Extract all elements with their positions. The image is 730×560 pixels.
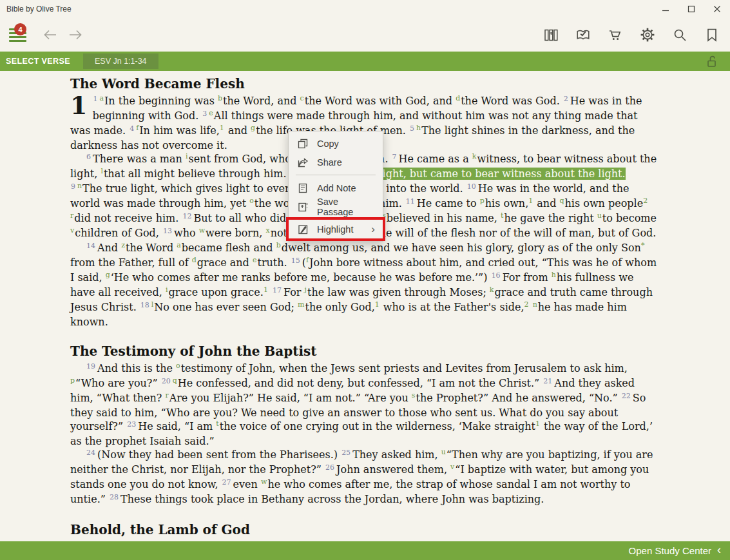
footnote-marker[interactable]: h	[416, 124, 421, 132]
menu-item-save-passage[interactable]: Save Passage	[289, 197, 383, 216]
menu-item-highlight[interactable]: Highlight ›	[289, 220, 383, 238]
footnote-marker[interactable]: j	[305, 285, 307, 294]
verse-text: ‘He who comes after me ranks before me, …	[111, 271, 491, 284]
chapter-number: 1	[70, 94, 92, 116]
verse-number: 19	[86, 362, 95, 371]
footnote-marker[interactable]: r	[165, 391, 168, 400]
window-controls	[653, 0, 730, 18]
footnote-marker[interactable]: a	[177, 241, 181, 249]
footnote-marker[interactable]: e	[253, 256, 257, 264]
verse-text: became flesh and	[182, 242, 276, 254]
footnote-marker[interactable]: d	[192, 256, 197, 264]
verse-text: were born,	[206, 227, 265, 239]
footnote-marker[interactable]: v	[450, 463, 454, 471]
verse-text: John answered them,	[336, 463, 450, 476]
verse-text: (Now they had been sent from the Pharise…	[97, 449, 341, 461]
footnote-marker[interactable]: r	[70, 211, 73, 220]
verse-text: For	[283, 286, 305, 298]
select-verse-label: SELECT VERSE	[6, 57, 70, 66]
title-bar: Bible by Olive Tree	[0, 0, 730, 18]
footnote-marker[interactable]: c	[300, 94, 304, 102]
footnote-marker[interactable]: 2	[524, 300, 529, 309]
select-verse-bar: SELECT VERSE ESV Jn 1:1-34	[0, 52, 730, 71]
footnote-marker[interactable]: 1	[375, 300, 379, 309]
menu-item-label: Highlight	[317, 224, 371, 235]
reading-plan-icon[interactable]	[575, 27, 591, 43]
verse-text: truth.	[257, 256, 290, 269]
footnote-marker[interactable]: p	[70, 376, 75, 385]
verse-text: They asked him,	[352, 449, 441, 461]
verse-text: that all might believe through him.	[104, 168, 290, 180]
footnote-marker[interactable]: z	[121, 241, 125, 249]
footnote-marker[interactable]: t	[501, 211, 503, 220]
forward-arrow-icon[interactable]	[67, 26, 84, 43]
footnote-marker[interactable]: e	[209, 109, 213, 117]
verse-text: his own,	[485, 197, 528, 209]
verse-number: 23	[127, 420, 136, 429]
menu-item-copy[interactable]: Copy	[289, 134, 383, 153]
footnote-marker[interactable]: u	[441, 448, 446, 456]
footnote-marker[interactable]: x	[265, 226, 269, 235]
footnote-marker[interactable]: b	[276, 241, 281, 249]
footnote-marker[interactable]: a	[99, 94, 104, 102]
footnote-marker[interactable]: l	[101, 167, 103, 175]
footnote-marker[interactable]: q	[560, 197, 564, 205]
footnote-marker[interactable]: l	[151, 300, 154, 309]
footnote-marker[interactable]: w	[199, 226, 205, 235]
verse-number: 24	[86, 449, 95, 457]
footnote-marker[interactable]: d	[456, 94, 460, 102]
footnote-marker[interactable]: 2	[643, 197, 648, 205]
footnote-marker[interactable]: n	[533, 300, 537, 309]
footnote-marker[interactable]: 1	[220, 124, 224, 132]
minimize-icon[interactable]	[653, 0, 678, 18]
verse-text: nor of the will of the flesh nor of the …	[341, 227, 656, 239]
open-study-center-label[interactable]: Open Study Center	[629, 545, 711, 556]
search-icon[interactable]	[672, 27, 687, 43]
footnote-marker[interactable]: o	[249, 197, 254, 205]
maximize-icon[interactable]	[678, 0, 704, 18]
footnote-marker[interactable]: p	[480, 197, 485, 205]
footnote-marker[interactable]: 1	[264, 285, 268, 294]
unlocked-padlock-icon[interactable]	[704, 54, 718, 71]
footnote-marker[interactable]: g	[106, 271, 110, 279]
footnote-marker[interactable]: 1	[528, 197, 533, 205]
verse-text: children of God,	[75, 227, 162, 239]
footnote-marker[interactable]: f	[136, 124, 139, 132]
bible-paragraph: 19And this is the otestimony of John, wh…	[70, 362, 658, 448]
footnote-marker[interactable]: i	[166, 285, 168, 294]
footnote-marker[interactable]: g	[251, 124, 255, 132]
menu-item-share[interactable]: Share	[289, 153, 383, 171]
library-icon[interactable]	[543, 27, 559, 43]
footnote-marker[interactable]: k	[490, 285, 494, 294]
study-center-bar[interactable]: Open Study Center ‹	[0, 541, 730, 560]
footnote-marker[interactable]: b	[218, 94, 222, 102]
bible-tab[interactable]: ESV Jn 1:1-34	[83, 53, 158, 69]
save-passage-icon	[297, 201, 309, 213]
notification-badge: 4	[14, 23, 26, 35]
footnote-marker[interactable]: w	[261, 478, 267, 486]
footnote-marker[interactable]: *	[641, 241, 645, 249]
footnote-marker[interactable]: i	[186, 152, 188, 160]
footnote-marker[interactable]: t	[216, 420, 218, 428]
settings-gear-icon[interactable]	[640, 27, 655, 43]
verse-text: For from	[503, 271, 552, 284]
footnote-marker[interactable]: s	[412, 391, 416, 400]
back-arrow-icon[interactable]	[42, 26, 59, 43]
close-icon[interactable]	[704, 0, 730, 18]
footnote-marker[interactable]: v	[70, 226, 74, 235]
footnote-marker[interactable]: m	[298, 300, 304, 309]
footnote-marker[interactable]: k	[472, 152, 477, 160]
menu-item-add-note[interactable]: Add Note	[289, 179, 383, 197]
footnote-marker[interactable]: u	[597, 211, 602, 220]
section-heading: The Word Became Flesh	[70, 76, 658, 92]
footnote-marker[interactable]: q	[173, 376, 177, 385]
bookmark-icon[interactable]	[704, 27, 720, 43]
footnote-marker[interactable]: 1	[535, 420, 540, 428]
footnote-marker[interactable]: f	[306, 256, 309, 264]
footnote-marker[interactable]: n	[77, 182, 82, 190]
footnote-marker[interactable]: h	[552, 271, 556, 279]
verse-text: the only God,	[305, 301, 375, 313]
menu-item-label: Share	[317, 157, 376, 168]
store-cart-icon[interactable]	[608, 27, 623, 43]
footnote-marker[interactable]: o	[176, 362, 180, 370]
